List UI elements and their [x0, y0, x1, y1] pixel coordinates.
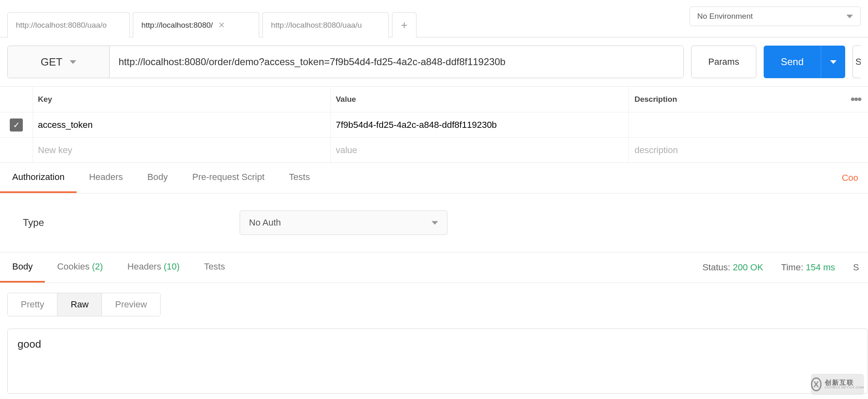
- chevron-down-icon: [846, 15, 853, 18]
- view-preview-button[interactable]: Preview: [102, 293, 160, 316]
- params-header-key: Key: [33, 95, 330, 104]
- method-select[interactable]: GET: [8, 46, 110, 78]
- time-label: Time:: [781, 262, 803, 272]
- method-label: GET: [41, 56, 62, 68]
- auth-type-label: Type: [23, 217, 44, 228]
- response-meta: Status: 200 OK Time: 154 ms S: [703, 262, 859, 273]
- params-more-button[interactable]: •••: [844, 92, 868, 106]
- more-icon: •••: [850, 92, 861, 106]
- params-header-description: Description: [629, 95, 844, 104]
- param-description-input[interactable]: [634, 120, 844, 130]
- watermark-domain: CDXWCX.NET/CX.COM: [825, 386, 864, 389]
- tab-prerequest-script[interactable]: Pre-request Script: [180, 163, 277, 193]
- send-button[interactable]: Send: [764, 46, 821, 78]
- tab-0-label: http://localhost:8080/uaa/o: [16, 21, 107, 30]
- view-pretty-button[interactable]: Pretty: [8, 293, 57, 316]
- tab-tests[interactable]: Tests: [277, 163, 322, 193]
- resp-tab-headers[interactable]: Headers(10): [115, 252, 192, 283]
- response-body[interactable]: good: [7, 329, 868, 394]
- new-tab-button[interactable]: +: [392, 12, 416, 37]
- chevron-down-icon: [70, 60, 76, 64]
- url-input[interactable]: [110, 46, 683, 78]
- send-dropdown-button[interactable]: [821, 46, 845, 78]
- tab-body[interactable]: Body: [135, 163, 180, 193]
- tab-1-label: http://localhost:8080/: [141, 21, 213, 30]
- request-row: GET Params Send S: [0, 37, 868, 86]
- request-tabs-bar: http://localhost:8080/uaa/o http://local…: [0, 0, 416, 37]
- cookies-link[interactable]: Coo: [842, 173, 858, 183]
- tab-2-label: http://localhost:8080/uaa/u: [271, 21, 362, 30]
- chevron-down-icon: [830, 60, 837, 64]
- response-section-tabs: Body Cookies(2) Headers(10) Tests Status…: [0, 252, 868, 283]
- watermark-brand: 创新互联: [825, 379, 864, 386]
- watermark: X 创新互联 CDXWCX.NET/CX.COM: [811, 374, 864, 395]
- auth-type-value: No Auth: [249, 217, 281, 228]
- table-row: [0, 112, 868, 137]
- response-view-toggle: Pretty Raw Preview: [7, 293, 161, 316]
- resp-tab-tests[interactable]: Tests: [192, 252, 237, 283]
- status-label: Status:: [703, 262, 730, 272]
- params-button[interactable]: Params: [691, 46, 756, 78]
- new-description-input[interactable]: [634, 145, 844, 156]
- resp-tab-cookies[interactable]: Cookies(2): [45, 252, 115, 283]
- send-button-group: Send: [764, 46, 845, 78]
- param-value-input[interactable]: [336, 120, 628, 130]
- param-key-input[interactable]: [38, 120, 330, 130]
- params-header-row: Key Value Description •••: [0, 87, 868, 112]
- auth-type-select[interactable]: No Auth: [240, 210, 447, 235]
- params-header-value: Value: [331, 95, 628, 104]
- chevron-down-icon: [432, 221, 438, 225]
- close-icon[interactable]: ×: [218, 19, 225, 31]
- new-key-input[interactable]: [38, 145, 330, 156]
- authorization-panel: Type No Auth: [0, 193, 868, 252]
- plus-icon: +: [401, 19, 408, 32]
- table-row-new: [0, 137, 868, 162]
- save-button-edge[interactable]: S: [853, 46, 861, 78]
- environment-area: No Environment: [690, 7, 861, 26]
- tab-0[interactable]: http://localhost:8080/uaa/o: [7, 12, 130, 37]
- request-section-tabs: Authorization Headers Body Pre-request S…: [0, 163, 868, 193]
- param-enabled-checkbox[interactable]: [10, 118, 23, 132]
- environment-select[interactable]: No Environment: [690, 7, 861, 26]
- request-input-group: GET: [7, 46, 684, 78]
- tab-authorization[interactable]: Authorization: [0, 163, 77, 193]
- tab-2[interactable]: http://localhost:8080/uaa/u: [262, 12, 389, 37]
- view-raw-button[interactable]: Raw: [57, 293, 102, 316]
- watermark-icon: X: [811, 377, 822, 391]
- size-label-edge: S: [853, 262, 859, 273]
- params-table: Key Value Description •••: [0, 86, 868, 163]
- status-value: 200 OK: [733, 262, 763, 272]
- environment-label: No Environment: [697, 12, 753, 21]
- tab-headers[interactable]: Headers: [77, 163, 135, 193]
- new-value-input[interactable]: [336, 145, 628, 156]
- resp-tab-body[interactable]: Body: [0, 252, 45, 283]
- tab-1[interactable]: http://localhost:8080/×: [133, 12, 259, 37]
- time-value: 154 ms: [806, 262, 835, 272]
